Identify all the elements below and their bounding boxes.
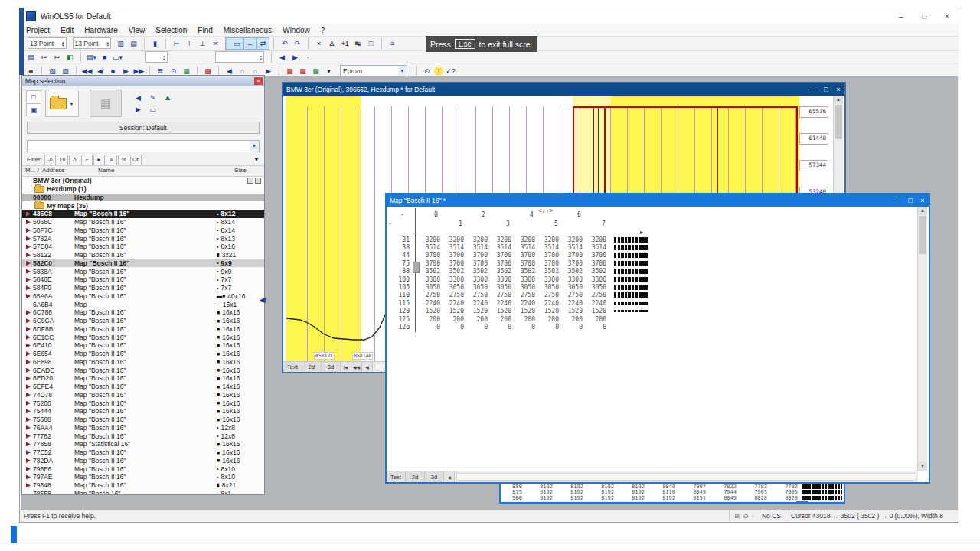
align-bottom-icon[interactable]: ⊥ [197, 38, 208, 49]
delta-icon[interactable]: Δ [326, 38, 338, 49]
column-header-name[interactable]: Name [98, 167, 114, 174]
list-item[interactable]: 78558 Map "Bosch 16" ·8x1 [22, 490, 264, 495]
map-mode-dropdown-icon[interactable]: ▾ [323, 66, 335, 77]
filter-dropdown-icon[interactable]: ▼ [253, 156, 260, 163]
table-row[interactable]: 110 2750 2750 2750 2750 2750 2750 2750 2… [387, 292, 913, 299]
list-item[interactable]: BMW 3er (Original) [22, 177, 264, 185]
fill-color-icon[interactable]: ■ [99, 52, 110, 63]
menu-item[interactable]: Selection [155, 26, 187, 34]
tile-windows-icon[interactable]: ▥ [115, 38, 126, 49]
spinner-arrows-icon[interactable]: ▴▾ [107, 41, 109, 47]
undo-icon[interactable]: ↶ [273, 38, 290, 49]
vertical-scrollbar[interactable]: ▲ ▼ [917, 207, 927, 471]
chevron-down-icon[interactable]: ▼ [398, 66, 407, 76]
list-item[interactable]: My maps (35) [22, 201, 264, 210]
spinner-arrows-icon[interactable]: ▴▾ [260, 54, 263, 60]
list-item[interactable]: 796E6 Map "Bosch II 16" •8x10 [22, 465, 264, 473]
hexdump-title-bar[interactable]: BMW 3er (Original), 396562, Hexdump * fo… [283, 83, 844, 96]
panel-title-bar[interactable]: Map selection × [22, 76, 264, 86]
table-row[interactable]: 125 200 200 200 200 200 200 200 200 [387, 315, 913, 323]
list-item[interactable]: Hexdump (1) [22, 185, 264, 194]
chevron-down-icon[interactable]: ▼ [250, 141, 259, 152]
maximize-button[interactable]: □ [904, 197, 916, 204]
filter-corner-button[interactable]: ⌐ [81, 155, 93, 165]
prev-difference-icon[interactable]: ◀ [271, 52, 288, 63]
table-row[interactable]: 105 3050 3050 3050 3050 3050 3050 3050 3… [387, 283, 913, 291]
list-item[interactable]: 50F7C Map "Bosch II 16" •8x14 [22, 227, 264, 235]
list-item[interactable]: 65A6A Map "Bosch II 16" ▬■40x16 [22, 292, 264, 301]
cascade-windows-icon[interactable]: ▤ [128, 38, 139, 49]
point-size-spinner-2[interactable]: 13 Point▴▾ [73, 37, 112, 49]
column-header-size[interactable]: Size [234, 167, 247, 174]
list-item[interactable]: 6ED20 Map "Bosch II 16" ■16x16 [22, 374, 264, 383]
column-selection-icon[interactable]: ▮ [144, 38, 161, 49]
table-row[interactable]: 120 1520 1520 1520 1520 1520 1520 1520 1… [387, 308, 913, 315]
point-size-spinner-1[interactable]: 13 Point▴▾ [28, 37, 67, 49]
align-top-icon[interactable]: ⊤ [184, 38, 195, 49]
table-row[interactable]: 44 3700 3700 3700 3700 3700 3700 3700 37… [387, 252, 913, 259]
tip-of-day-icon[interactable]: ! [434, 67, 443, 76]
spinner-arrows-icon[interactable]: ▴▾ [62, 41, 64, 47]
scroll-nav-button[interactable]: |◀ [341, 362, 351, 372]
save-map-button[interactable]: ▣ [26, 103, 41, 116]
list-view-icon[interactable]: ≡ [381, 38, 398, 49]
background-map-window[interactable]: 850 8192 8192 8192 8192 8049 7907 7823 7… [499, 482, 845, 504]
multiply-icon[interactable]: × [308, 38, 325, 49]
filter-16bit-button[interactable]: 16 [57, 155, 68, 165]
list-item[interactable]: 582C0 Map "Bosch II 16" •9x9 [22, 259, 264, 268]
list-item[interactable]: 782DA Map "Bosch II 16" ■16x16 [22, 457, 264, 465]
list-item[interactable]: 797AE Map "Bosch II 16" •8x10 [22, 473, 264, 481]
new-map-button[interactable]: □ [26, 90, 41, 103]
scroll-nav-button[interactable]: ◀ [444, 471, 455, 482]
horizontal-scrollbar[interactable] [456, 473, 916, 481]
menu-item[interactable]: Find [198, 26, 212, 34]
table-row[interactable]: 100 3300 3300 3300 3300 3300 3300 3300 3… [387, 276, 913, 283]
list-item[interactable]: 77E52 Map "Bosch II 16" ■16x16 [22, 448, 264, 457]
filter-minus6-button[interactable]: -6 [44, 155, 56, 165]
minimize-button[interactable]: – [892, 197, 904, 204]
list-item[interactable]: 75444 Map "Bosch II 16" ■16x16 [22, 407, 264, 416]
view-tab[interactable]: 3d [425, 471, 444, 482]
list-item[interactable]: 75200 Map "Bosch II 16" ■16x16 [22, 399, 264, 407]
list-item[interactable]: 5838A Map "Bosch II 16" •9x9 [22, 267, 264, 276]
map-title-bar[interactable]: Map "Bosch II 16" * – □ × [387, 194, 929, 207]
selection-frame-icon[interactable]: □ [365, 38, 377, 49]
spinner-arrows-icon[interactable]: ▴▾ [163, 54, 165, 60]
minimize-button[interactable]: – [890, 12, 913, 21]
maximize-button[interactable]: □ [913, 12, 936, 21]
map-mode-green-icon[interactable]: ▦ [310, 66, 322, 77]
align-center-icon[interactable]: ≍ [210, 38, 221, 49]
table-row[interactable]: 31 3200 3200 3200 3200 3200 3200 3200 32… [387, 236, 913, 243]
list-item[interactable]: 75688 Map "Bosch II 16" ■16x16 [22, 416, 264, 424]
ruler-x-icon[interactable]: ▤▾ [80, 52, 97, 63]
menu-item[interactable]: Window [283, 26, 310, 34]
list-item[interactable]: 76AA4 Map "Bosch II 16" •12x8 [22, 424, 264, 432]
table-row[interactable]: 88 3502 3502 3502 3502 3502 3502 3502 35… [387, 268, 913, 276]
cut-icon[interactable]: ✂ [38, 52, 50, 63]
axis-swap-marker[interactable]: <↓↑> [538, 207, 553, 214]
scrollbar-thumb[interactable] [796, 501, 808, 504]
list-item[interactable]: 77782 Map "Bosch II 16" •12x8 [22, 432, 264, 440]
close-button[interactable]: × [832, 86, 844, 93]
list-item[interactable]: 5066C Map "Bosch II 16" •8x14 [22, 218, 264, 227]
session-button[interactable]: Session: Default [27, 122, 260, 134]
expand-icons[interactable] [247, 178, 261, 184]
column-header-address[interactable]: Address [42, 167, 64, 174]
redo-icon[interactable]: ↷ [292, 38, 303, 49]
scroll-nav-button[interactable]: ◀ [362, 362, 373, 372]
find-icon[interactable]: ⊙ [416, 66, 433, 77]
monitor-icon[interactable]: ▭ [146, 103, 159, 115]
scroll-down-icon[interactable]: ▼ [918, 462, 927, 471]
table-row[interactable]: 38 3514 3514 3514 3514 3514 3514 3514 35… [387, 243, 913, 251]
table-row[interactable]: 126 0 0 0 0 0 0 0 0 [387, 323, 913, 331]
sync-views-icon[interactable]: ↔ [244, 38, 256, 49]
horizontal-scrollbar[interactable] [501, 501, 844, 504]
filter-percent-button[interactable]: % [118, 155, 129, 165]
scrollbar-thumb[interactable] [835, 105, 842, 139]
list-item[interactable]: 6E654 Map "Bosch II 16" ■16x16 [22, 350, 264, 358]
list-item[interactable]: 6DF8B Map "Bosch II 16" ■16x16 [22, 325, 264, 334]
list-item[interactable]: 00000 Hexdump [22, 194, 264, 202]
cut-alt-icon[interactable]: ✂ [51, 52, 63, 63]
column-header-m[interactable]: M... / [25, 167, 39, 174]
map-mode-red2-icon[interactable]: ▦ [297, 66, 309, 77]
